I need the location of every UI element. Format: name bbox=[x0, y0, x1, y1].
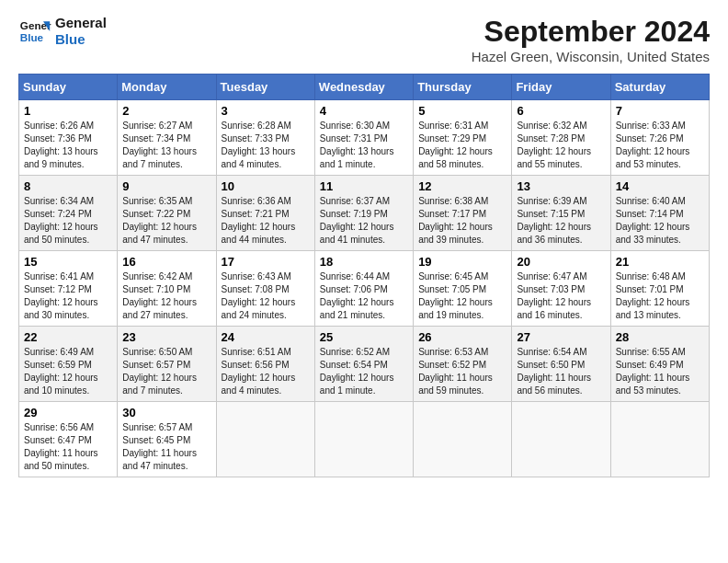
sunset-info: Sunset: 6:45 PM bbox=[122, 435, 190, 445]
sunrise-info: Sunrise: 6:41 AM bbox=[24, 271, 94, 282]
sunrise-info: Sunrise: 6:37 AM bbox=[320, 196, 390, 206]
sunrise-info: Sunrise: 6:30 AM bbox=[320, 121, 390, 131]
sunrise-info: Sunrise: 6:54 AM bbox=[517, 347, 586, 357]
location: Hazel Green, Wisconsin, United States bbox=[472, 49, 710, 64]
sunrise-info: Sunrise: 6:45 AM bbox=[418, 271, 488, 282]
calendar-cell: 8 Sunrise: 6:34 AM Sunset: 7:24 PM Dayli… bbox=[19, 176, 118, 251]
day-number: 4 bbox=[320, 104, 408, 118]
day-number: 1 bbox=[24, 104, 112, 118]
sunset-info: Sunset: 7:08 PM bbox=[222, 284, 290, 294]
calendar-cell: 14 Sunrise: 6:40 AM Sunset: 7:14 PM Dayl… bbox=[610, 176, 709, 251]
sunset-info: Sunset: 6:49 PM bbox=[616, 360, 684, 370]
sunset-info: Sunset: 7:12 PM bbox=[24, 284, 92, 294]
calendar-cell: 11 Sunrise: 6:37 AM Sunset: 7:19 PM Dayl… bbox=[314, 176, 413, 251]
daylight-info: Daylight: 13 hours and 7 minutes. bbox=[122, 146, 197, 169]
daylight-info: Daylight: 12 hours and 4 minutes. bbox=[222, 373, 296, 396]
calendar-week-row: 1 Sunrise: 6:26 AM Sunset: 7:36 PM Dayli… bbox=[19, 100, 710, 176]
calendar-cell: 21 Sunrise: 6:48 AM Sunset: 7:01 PM Dayl… bbox=[610, 251, 709, 327]
weekday-header-monday: Monday bbox=[118, 75, 216, 100]
day-number: 12 bbox=[418, 179, 506, 193]
sunset-info: Sunset: 7:22 PM bbox=[122, 209, 190, 219]
daylight-info: Daylight: 11 hours and 50 minutes. bbox=[24, 448, 98, 471]
sunrise-info: Sunrise: 6:49 AM bbox=[24, 347, 94, 357]
logo-icon: General Blue bbox=[18, 15, 51, 48]
calendar-cell: 16 Sunrise: 6:42 AM Sunset: 7:10 PM Dayl… bbox=[118, 251, 216, 327]
sunrise-info: Sunrise: 6:42 AM bbox=[122, 271, 192, 282]
calendar-cell: 30 Sunrise: 6:57 AM Sunset: 6:45 PM Dayl… bbox=[118, 402, 216, 477]
sunset-info: Sunset: 7:29 PM bbox=[418, 133, 486, 144]
title-block: September 2024 Hazel Green, Wisconsin, U… bbox=[472, 15, 710, 64]
sunset-info: Sunset: 6:52 PM bbox=[418, 360, 486, 370]
sunrise-info: Sunrise: 6:35 AM bbox=[122, 196, 192, 206]
sunset-info: Sunset: 7:36 PM bbox=[24, 133, 92, 144]
logo: General Blue General Blue bbox=[18, 15, 107, 48]
daylight-info: Daylight: 12 hours and 50 minutes. bbox=[24, 222, 98, 245]
day-number: 21 bbox=[616, 255, 704, 269]
day-number: 30 bbox=[122, 406, 210, 419]
day-number: 14 bbox=[616, 179, 704, 193]
calendar-cell: 12 Sunrise: 6:38 AM Sunset: 7:17 PM Dayl… bbox=[414, 176, 512, 251]
day-number: 7 bbox=[616, 104, 704, 118]
sunset-info: Sunset: 7:17 PM bbox=[418, 209, 486, 219]
sunset-info: Sunset: 7:01 PM bbox=[616, 284, 684, 294]
sunrise-info: Sunrise: 6:52 AM bbox=[320, 347, 390, 357]
daylight-info: Daylight: 12 hours and 10 minutes. bbox=[24, 373, 98, 396]
sunrise-info: Sunrise: 6:48 AM bbox=[616, 271, 686, 282]
sunset-info: Sunset: 7:33 PM bbox=[222, 133, 290, 144]
month-title: September 2024 bbox=[472, 15, 710, 49]
calendar-cell: 26 Sunrise: 6:53 AM Sunset: 6:52 PM Dayl… bbox=[414, 327, 512, 402]
daylight-info: Daylight: 12 hours and 19 minutes. bbox=[418, 297, 493, 320]
daylight-info: Daylight: 13 hours and 1 minute. bbox=[320, 146, 394, 169]
day-number: 26 bbox=[418, 330, 506, 344]
daylight-info: Daylight: 13 hours and 4 minutes. bbox=[222, 146, 296, 169]
sunset-info: Sunset: 6:50 PM bbox=[517, 360, 585, 370]
weekday-header-wednesday: Wednesday bbox=[314, 75, 413, 100]
sunrise-info: Sunrise: 6:51 AM bbox=[222, 347, 291, 357]
weekday-header-saturday: Saturday bbox=[610, 75, 709, 100]
sunrise-info: Sunrise: 6:53 AM bbox=[418, 347, 488, 357]
daylight-info: Daylight: 12 hours and 21 minutes. bbox=[320, 297, 394, 320]
sunset-info: Sunset: 7:03 PM bbox=[517, 284, 585, 294]
day-number: 3 bbox=[222, 104, 310, 118]
sunrise-info: Sunrise: 6:27 AM bbox=[122, 121, 192, 131]
calendar-week-row: 8 Sunrise: 6:34 AM Sunset: 7:24 PM Dayli… bbox=[19, 176, 710, 251]
day-number: 19 bbox=[418, 255, 506, 269]
sunrise-info: Sunrise: 6:32 AM bbox=[517, 121, 586, 131]
day-number: 17 bbox=[222, 255, 310, 269]
day-number: 25 bbox=[320, 330, 408, 344]
calendar-cell: 1 Sunrise: 6:26 AM Sunset: 7:36 PM Dayli… bbox=[19, 100, 118, 176]
day-number: 11 bbox=[320, 179, 408, 193]
sunset-info: Sunset: 7:15 PM bbox=[517, 209, 585, 219]
daylight-info: Daylight: 11 hours and 56 minutes. bbox=[517, 373, 591, 396]
sunrise-info: Sunrise: 6:36 AM bbox=[222, 196, 291, 206]
daylight-info: Daylight: 11 hours and 53 minutes. bbox=[616, 373, 690, 396]
sunset-info: Sunset: 7:21 PM bbox=[222, 209, 290, 219]
sunrise-info: Sunrise: 6:50 AM bbox=[122, 347, 192, 357]
calendar-cell bbox=[414, 402, 512, 477]
day-number: 8 bbox=[24, 179, 112, 193]
day-number: 9 bbox=[122, 179, 210, 193]
day-number: 24 bbox=[222, 330, 310, 344]
calendar-cell bbox=[610, 402, 709, 477]
day-number: 23 bbox=[122, 330, 210, 344]
calendar-cell: 28 Sunrise: 6:55 AM Sunset: 6:49 PM Dayl… bbox=[610, 327, 709, 402]
daylight-info: Daylight: 13 hours and 9 minutes. bbox=[24, 146, 98, 169]
calendar-cell: 9 Sunrise: 6:35 AM Sunset: 7:22 PM Dayli… bbox=[118, 176, 216, 251]
day-number: 16 bbox=[122, 255, 210, 269]
logo-text-line2: Blue bbox=[55, 31, 107, 48]
calendar-cell: 19 Sunrise: 6:45 AM Sunset: 7:05 PM Dayl… bbox=[414, 251, 512, 327]
sunset-info: Sunset: 7:26 PM bbox=[616, 133, 684, 144]
calendar-cell: 3 Sunrise: 6:28 AM Sunset: 7:33 PM Dayli… bbox=[216, 100, 314, 176]
calendar-cell: 17 Sunrise: 6:43 AM Sunset: 7:08 PM Dayl… bbox=[216, 251, 314, 327]
day-number: 5 bbox=[418, 104, 506, 118]
calendar-cell: 24 Sunrise: 6:51 AM Sunset: 6:56 PM Dayl… bbox=[216, 327, 314, 402]
weekday-header-tuesday: Tuesday bbox=[216, 75, 314, 100]
calendar-cell: 20 Sunrise: 6:47 AM Sunset: 7:03 PM Dayl… bbox=[512, 251, 610, 327]
sunrise-info: Sunrise: 6:43 AM bbox=[222, 271, 291, 282]
sunset-info: Sunset: 7:10 PM bbox=[122, 284, 190, 294]
calendar-cell: 4 Sunrise: 6:30 AM Sunset: 7:31 PM Dayli… bbox=[314, 100, 413, 176]
calendar-cell bbox=[512, 402, 610, 477]
svg-text:Blue: Blue bbox=[20, 31, 44, 43]
sunset-info: Sunset: 7:24 PM bbox=[24, 209, 92, 219]
day-number: 2 bbox=[122, 104, 210, 118]
